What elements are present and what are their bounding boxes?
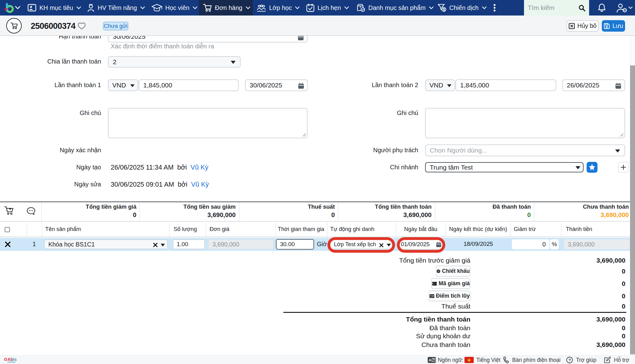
svg-text:$: $ bbox=[443, 7, 445, 12]
svg-text:?: ? bbox=[568, 358, 571, 362]
svg-text:A: A bbox=[429, 358, 432, 362]
svg-text:is: is bbox=[13, 357, 17, 362]
svg-text:Ab: Ab bbox=[7, 357, 13, 362]
